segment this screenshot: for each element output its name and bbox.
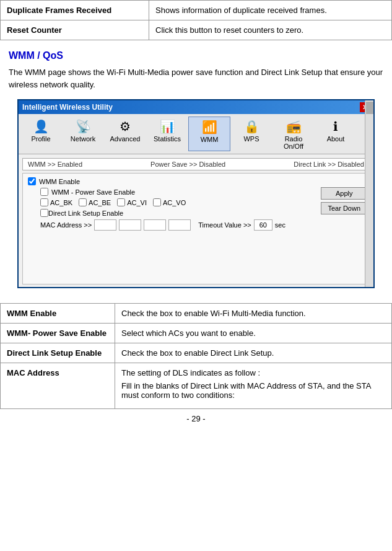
- profile-label: Profile: [31, 135, 50, 143]
- row-description: Select which ACs you want to enable.: [115, 324, 392, 343]
- page-number: - 29 -: [0, 409, 392, 428]
- table-row: Reset CounterClick this button to reset …: [1, 20, 392, 40]
- bottom-table: WMM EnableCheck the box to enable Wi-Fi …: [0, 303, 392, 409]
- network-label: Network: [71, 135, 95, 143]
- row-description: Check the box to enable Wi-Fi Multi-Medi…: [115, 304, 392, 324]
- row-description: Check the box to enable Direct Link Setu…: [115, 343, 392, 363]
- wps-icon: 🔒: [242, 118, 261, 135]
- power-save-checkbox[interactable]: [40, 188, 48, 196]
- table-row: Direct Link Setup EnableCheck the box to…: [1, 343, 392, 363]
- wmm-status-bar: WMM >> Enabled Power Save >> Disabled Di…: [22, 158, 370, 170]
- advanced-icon: ⚙: [115, 118, 135, 135]
- wmm-panel: WMM Enable WMM - Power Save Enable AC_BK…: [22, 173, 370, 284]
- row-label: Duplicate Frames Received: [1, 1, 149, 20]
- row-label: WMM Enable: [1, 304, 115, 324]
- dls-checkbox[interactable]: [40, 209, 48, 217]
- wmm-status-wmm: WMM >> Enabled: [28, 161, 82, 168]
- mac-field-2[interactable]: [119, 219, 141, 231]
- table-row: Duplicate Frames ReceivedShows informati…: [1, 1, 392, 20]
- ac-label-ac_vi: AC_VI: [127, 199, 147, 206]
- ac-checkbox-ac_vi[interactable]: [117, 198, 125, 206]
- statistics-icon: 📊: [157, 118, 177, 135]
- toolbar-item-network[interactable]: 📡Network: [62, 117, 104, 151]
- table-row: MAC AddressThe setting of DLS indicates …: [1, 363, 392, 409]
- wmm-icon: 📶: [199, 118, 219, 136]
- mac-field-3[interactable]: [144, 219, 166, 231]
- toolbar-item-profile[interactable]: 👤Profile: [20, 117, 62, 151]
- ac-label-ac_vo: AC_VO: [163, 199, 186, 206]
- wu-scroll-thumb: [366, 102, 373, 114]
- wmm-title: WMM / QoS: [9, 50, 383, 61]
- wps-label: WPS: [243, 135, 259, 143]
- wu-toolbar: 👤Profile📡Network⚙Advanced📊Statistics📶WMM…: [19, 114, 373, 154]
- ac-label-ac_bk: AC_BK: [50, 199, 72, 206]
- wmm-status-directlink: Direct Link >> Disabled: [294, 161, 364, 168]
- row-description: Shows information of duplicate received …: [149, 1, 392, 20]
- toolbar-item-statistics[interactable]: 📊Statistics: [146, 117, 188, 151]
- power-save-row: WMM - Power Save Enable: [40, 188, 313, 196]
- wmm-description: The WMM page shows the Wi-Fi Multi-Media…: [9, 66, 383, 90]
- row-label: WMM- Power Save Enable: [1, 324, 115, 343]
- wu-action-buttons: Apply Tear Down: [321, 187, 367, 214]
- top-table: Duplicate Frames ReceivedShows informati…: [0, 0, 392, 40]
- about-icon: ℹ: [326, 118, 346, 135]
- power-save-label: WMM - Power Save Enable: [51, 188, 135, 196]
- wu-scrollbar[interactable]: [365, 100, 373, 287]
- mac-label: MAC Address >>: [40, 221, 92, 229]
- radio-label: Radio On/Off: [275, 135, 312, 150]
- toolbar-item-advanced[interactable]: ⚙Advanced: [104, 117, 146, 151]
- ac-label-ac_be: AC_BE: [89, 199, 111, 206]
- wmm-label: WMM: [201, 136, 219, 143]
- about-label: About: [327, 135, 345, 143]
- timeout-input[interactable]: [254, 219, 272, 231]
- toolbar-item-wmm[interactable]: 📶WMM: [188, 117, 230, 151]
- ac-checkbox-ac_be[interactable]: [79, 198, 87, 206]
- table-row: WMM- Power Save EnableSelect which ACs y…: [1, 324, 392, 343]
- toolbar-item-wps[interactable]: 🔒WPS: [230, 117, 272, 151]
- wu-window-title: Intelligent Wireless Utility: [22, 103, 113, 112]
- wmm-section: WMM / QoS The WMM page shows the Wi-Fi M…: [0, 40, 392, 303]
- row-description: The setting of DLS indicates as follow :…: [115, 363, 392, 409]
- timeout-label: Timeout Value >>: [198, 221, 251, 229]
- row-description: Click this button to reset counters to z…: [149, 20, 392, 40]
- dls-label: Direct Link Setup Enable: [48, 209, 123, 217]
- row-label: Reset Counter: [1, 20, 149, 40]
- toolbar-item-radio[interactable]: 📻Radio On/Off: [272, 117, 315, 151]
- apply-button[interactable]: Apply: [321, 187, 367, 200]
- statistics-label: Statistics: [154, 135, 181, 143]
- row-label: MAC Address: [1, 363, 115, 409]
- teardown-button[interactable]: Tear Down: [321, 202, 367, 214]
- wu-titlebar: Intelligent Wireless Utility ✕: [19, 100, 373, 114]
- ac-checkbox-ac_bk[interactable]: [40, 198, 48, 206]
- wu-window: Intelligent Wireless Utility ✕ 👤Profile📡…: [17, 99, 375, 288]
- wmm-status-powersave: Power Save >> Disabled: [150, 161, 225, 168]
- table-row: WMM EnableCheck the box to enable Wi-Fi …: [1, 304, 392, 324]
- wmm-enable-checkbox[interactable]: [28, 177, 36, 185]
- dls-row: Direct Link Setup Enable: [40, 209, 313, 217]
- toolbar-item-about[interactable]: ℹAbout: [315, 117, 357, 151]
- mac-field-4[interactable]: [168, 219, 191, 231]
- ac-item-ac_bk: AC_BK: [40, 198, 72, 206]
- network-icon: 📡: [73, 118, 93, 135]
- ac-checkbox-ac_vo[interactable]: [153, 198, 161, 206]
- mac-address-row: MAC Address >> Timeout Value >> sec: [40, 219, 313, 231]
- ac-item-ac_vi: AC_VI: [117, 198, 147, 206]
- mac-field-1[interactable]: [94, 219, 116, 231]
- ac-item-ac_be: AC_BE: [79, 198, 111, 206]
- profile-icon: 👤: [31, 118, 51, 135]
- radio-icon: 📻: [284, 118, 303, 135]
- ac-item-ac_vo: AC_VO: [153, 198, 186, 206]
- wmm-enable-row: WMM Enable: [28, 177, 313, 185]
- row-label: Direct Link Setup Enable: [1, 343, 115, 363]
- wmm-enable-label: WMM Enable: [39, 178, 80, 185]
- ac-row: AC_BKAC_BEAC_VIAC_VO: [40, 198, 313, 206]
- advanced-label: Advanced: [110, 135, 141, 143]
- sec-label: sec: [275, 221, 285, 229]
